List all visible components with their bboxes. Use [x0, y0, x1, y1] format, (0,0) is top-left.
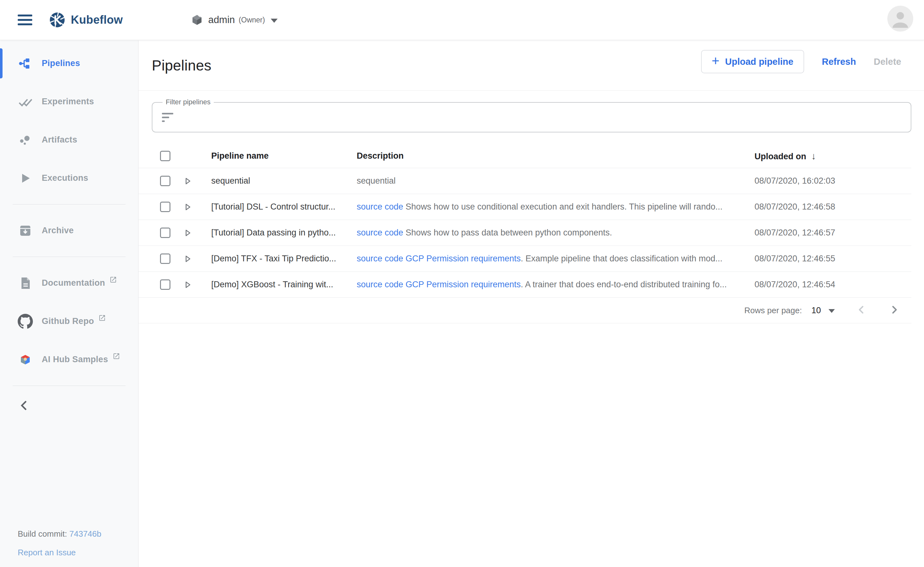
- sidebar-item-label: Artifacts: [42, 135, 77, 145]
- chevron-down-icon: [271, 19, 278, 23]
- archive-icon: [18, 223, 33, 238]
- description-text: . A trainer that does end-to-end distrib…: [521, 280, 727, 289]
- package-icon: [191, 14, 203, 26]
- select-all-checkbox[interactable]: [160, 151, 170, 161]
- pipeline-description: source code Shows how to pass data betwe…: [357, 228, 754, 238]
- sidebar-divider: [13, 256, 126, 257]
- uploaded-date: 08/07/2020, 12:46:55: [754, 254, 900, 264]
- rows-per-page-label: Rows per page:: [744, 306, 802, 315]
- uploaded-date: 08/07/2020, 12:46:58: [754, 202, 900, 212]
- sidebar-item-github-repo[interactable]: Github Repo: [0, 302, 138, 340]
- page-title: Pipelines: [152, 57, 211, 74]
- source-code-link[interactable]: source code: [357, 228, 403, 237]
- expand-row-button[interactable]: [185, 178, 194, 184]
- previous-page-button[interactable]: [855, 303, 868, 317]
- column-header-uploaded-on[interactable]: Uploaded on↓: [754, 151, 900, 162]
- documentation-icon: [18, 276, 33, 291]
- source-code-link[interactable]: source code: [357, 280, 403, 289]
- table-row: [Tutorial] Data passing in pytho... sour…: [138, 220, 911, 246]
- avatar[interactable]: [887, 6, 913, 32]
- uploaded-on-label: Uploaded on: [754, 152, 806, 161]
- sidebar: Pipelines Experiments Artifacts: [0, 40, 138, 567]
- upload-pipeline-button[interactable]: + Upload pipeline: [701, 50, 804, 74]
- ai-hub-icon: [18, 352, 33, 367]
- table-header-row: Pipeline name Description Uploaded on↓: [138, 144, 911, 168]
- sidebar-divider: [13, 386, 126, 386]
- top-bar: Kubeflow admin (Owner): [0, 0, 924, 40]
- artifacts-icon: [18, 132, 33, 148]
- sidebar-divider: [13, 204, 126, 204]
- table-row: [Tutorial] DSL - Control structur... sou…: [138, 194, 911, 220]
- pipeline-name[interactable]: [Tutorial] Data passing in pytho...: [211, 228, 350, 238]
- column-header-description[interactable]: Description: [357, 151, 754, 161]
- upload-pipeline-label: Upload pipeline: [725, 57, 793, 67]
- next-page-button[interactable]: [888, 303, 901, 317]
- sidebar-item-ai-hub-samples[interactable]: AI Hub Samples: [0, 340, 138, 379]
- kubeflow-logo-icon: [49, 11, 66, 28]
- table-row: [Demo] XGBoost - Training wit... source …: [138, 272, 911, 298]
- table-row: [Demo] TFX - Taxi Tip Predictio... sourc…: [138, 246, 911, 272]
- hamburger-menu-button[interactable]: [18, 12, 32, 28]
- sidebar-collapse-button[interactable]: [17, 398, 32, 413]
- rows-per-page-select[interactable]: 10: [811, 306, 835, 315]
- gcp-permission-requirements-link[interactable]: GCP Permission requirements: [406, 254, 521, 263]
- sidebar-item-label: Pipelines: [42, 58, 80, 68]
- page-header: Pipelines + Upload pipeline Refresh Dele…: [138, 40, 924, 91]
- table-row: sequential sequential 08/07/2020, 16:02:…: [138, 168, 911, 194]
- sidebar-item-executions[interactable]: Executions: [0, 159, 138, 197]
- sidebar-item-label: Github Repo: [42, 316, 94, 326]
- expand-row-button[interactable]: [185, 204, 194, 210]
- pipeline-description: source code GCP Permission requirements.…: [357, 254, 754, 264]
- source-code-link[interactable]: source code: [357, 254, 403, 263]
- description-text: sequential: [357, 176, 395, 186]
- row-checkbox[interactable]: [160, 254, 170, 264]
- sidebar-item-archive[interactable]: Archive: [0, 212, 138, 250]
- expand-row-button[interactable]: [185, 281, 194, 288]
- uploaded-date: 08/07/2020, 16:02:03: [754, 176, 900, 186]
- report-issue-link[interactable]: Report an Issue: [18, 548, 76, 557]
- uploaded-date: 08/07/2020, 12:46:54: [754, 280, 900, 290]
- main-content: Pipelines + Upload pipeline Refresh Dele…: [138, 40, 924, 567]
- build-commit-label: Build commit:: [18, 529, 69, 538]
- refresh-button[interactable]: Refresh: [822, 57, 856, 67]
- pipeline-description: source code GCP Permission requirements.…: [357, 280, 754, 290]
- external-link-icon: [98, 314, 106, 323]
- column-header-pipeline-name[interactable]: Pipeline name: [211, 151, 350, 161]
- row-checkbox[interactable]: [160, 228, 170, 238]
- pipeline-name[interactable]: [Demo] XGBoost - Training wit...: [211, 280, 350, 290]
- row-checkbox[interactable]: [160, 176, 170, 186]
- pipeline-description: sequential: [357, 176, 754, 186]
- pipeline-name[interactable]: [Tutorial] DSL - Control structur...: [211, 202, 350, 212]
- delete-button[interactable]: Delete: [874, 57, 901, 67]
- sidebar-item-artifacts[interactable]: Artifacts: [0, 121, 138, 159]
- filter-icon: [162, 112, 174, 125]
- chevron-left-icon: [17, 398, 32, 413]
- filter-label: Filter pipelines: [162, 98, 214, 106]
- sidebar-item-pipelines[interactable]: Pipelines: [0, 44, 138, 82]
- sidebar-item-documentation[interactable]: Documentation: [0, 264, 138, 302]
- pagination-bar: Rows per page: 10: [138, 298, 911, 323]
- filter-input[interactable]: Filter pipelines: [152, 102, 911, 132]
- gcp-permission-requirements-link[interactable]: GCP Permission requirements: [406, 280, 521, 289]
- build-commit-link[interactable]: 743746b: [69, 529, 101, 538]
- sidebar-item-experiments[interactable]: Experiments: [0, 82, 138, 121]
- row-checkbox[interactable]: [160, 202, 170, 212]
- pipeline-name[interactable]: sequential: [211, 176, 350, 186]
- kubeflow-logo: Kubeflow: [49, 11, 123, 28]
- rows-per-page-value: 10: [811, 306, 821, 315]
- sidebar-item-label: Experiments: [42, 97, 94, 106]
- description-text: Shows how to use conditional execution a…: [403, 202, 723, 212]
- description-text: . Example pipeline that does classificat…: [521, 254, 723, 263]
- expand-row-button[interactable]: [185, 255, 194, 262]
- person-icon: [887, 6, 913, 32]
- source-code-link[interactable]: source code: [357, 202, 403, 212]
- build-commit: Build commit: 743746b: [18, 529, 102, 539]
- namespace-value: admin: [208, 14, 234, 26]
- namespace-selector[interactable]: admin (Owner): [191, 14, 278, 26]
- namespace-role: (Owner): [239, 16, 265, 24]
- expand-row-button[interactable]: [185, 230, 194, 236]
- sort-desc-icon: ↓: [811, 151, 816, 161]
- row-checkbox[interactable]: [160, 279, 170, 290]
- pipeline-name[interactable]: [Demo] TFX - Taxi Tip Predictio...: [211, 254, 350, 264]
- executions-icon: [18, 171, 33, 186]
